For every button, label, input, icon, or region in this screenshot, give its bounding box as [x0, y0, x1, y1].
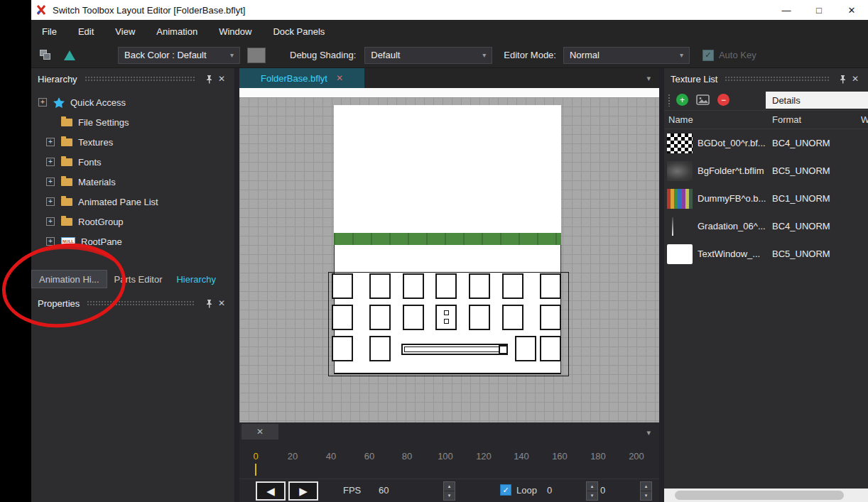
playhead-marker[interactable] [255, 464, 256, 476]
maximize-button[interactable]: □ [803, 0, 835, 20]
layout-pane-square[interactable] [403, 273, 424, 299]
tree-item-materials[interactable]: + Materials [31, 172, 234, 192]
layout-scrollbar-pane[interactable] [401, 344, 508, 355]
expand-icon[interactable]: + [46, 178, 55, 186]
minimize-button[interactable]: — [770, 0, 803, 20]
layout-pane-square[interactable] [369, 305, 391, 330]
spin-up-icon[interactable]: ▴ [587, 482, 597, 491]
dock-grip[interactable] [85, 76, 195, 82]
scrollbar-thumb[interactable] [675, 491, 844, 500]
tree-item-fonts[interactable]: + Fonts [31, 152, 234, 172]
pin-icon[interactable] [202, 75, 215, 84]
spin-up-icon[interactable]: ▴ [641, 482, 651, 491]
debug-shading-dropdown[interactable]: Default ▾ [364, 47, 492, 64]
dock-grip[interactable] [725, 76, 829, 82]
texture-row[interactable]: DummyFB^o.b... BC1_UNORM [664, 185, 868, 212]
spin-down-icon[interactable]: ▾ [587, 491, 597, 500]
close-icon[interactable]: ✕ [256, 427, 264, 437]
layout-pane-square[interactable] [469, 305, 490, 330]
menu-window[interactable]: Window [208, 20, 262, 43]
expand-icon[interactable]: + [38, 98, 47, 107]
layout-scrollbar-button[interactable] [499, 345, 508, 354]
expand-icon[interactable]: + [46, 197, 55, 206]
timeline-tab[interactable]: ✕ [242, 424, 278, 440]
layout-pane-square[interactable] [403, 305, 424, 330]
layout-pane-square[interactable] [369, 273, 391, 299]
column-format[interactable]: Format [772, 114, 801, 125]
tab-hierarchy[interactable]: Hierarchy [169, 270, 223, 288]
layout-pane-square[interactable] [502, 305, 523, 330]
layout-pane-square[interactable] [332, 336, 353, 361]
texture-row[interactable]: Gradation_06^... BC4_UNORM [664, 212, 868, 240]
column-name[interactable]: Name [668, 114, 693, 125]
column-width[interactable]: W [861, 114, 868, 125]
add-texture-button[interactable]: + [676, 94, 688, 106]
export-layers-icon[interactable] [40, 50, 51, 60]
expand-icon[interactable]: + [46, 217, 55, 226]
loop-checkbox[interactable]: ✓ [500, 484, 511, 496]
texture-row[interactable]: BgFolder^t.bflim BC5_UNORM [664, 157, 868, 185]
layout-pane-square[interactable] [540, 336, 561, 361]
horizontal-scrollbar[interactable] [664, 489, 868, 502]
close-icon[interactable]: ✕ [215, 298, 228, 308]
back-color-dropdown[interactable]: Back Color : Default ▾ [118, 47, 240, 64]
expand-icon[interactable]: + [46, 138, 55, 146]
chevron-down-icon[interactable]: ▾ [646, 74, 651, 83]
loop-end-value[interactable]: 0 [600, 485, 605, 496]
menu-view[interactable]: View [104, 20, 146, 43]
menu-file[interactable]: File [31, 20, 67, 43]
loop-start-spinner[interactable]: ▴ ▾ [586, 481, 598, 501]
tab-folderbase-bflyt[interactable]: FolderBase.bflyt ✕ [239, 68, 364, 88]
editor-mode-dropdown[interactable]: Normal ▾ [563, 47, 690, 64]
layout-pane-square[interactable] [332, 273, 353, 299]
color-swatch[interactable] [247, 48, 266, 63]
tab-parts-editor[interactable]: Parts Editor [107, 270, 170, 288]
loop-end-spinner[interactable]: ▴ ▾ [640, 481, 652, 501]
layout-pane-square[interactable] [502, 273, 523, 299]
tab-animation-hierarchy[interactable]: Animation Hi... [31, 270, 107, 288]
layout-pane-square[interactable] [332, 305, 353, 330]
tree-item-file-settings[interactable]: File Settings [31, 112, 234, 132]
menu-dock-panels[interactable]: Dock Panels [262, 20, 335, 43]
spin-down-icon[interactable]: ▾ [444, 491, 455, 500]
expand-icon[interactable]: + [46, 237, 55, 246]
remove-texture-button[interactable]: − [717, 94, 729, 106]
close-tab-icon[interactable]: ✕ [336, 73, 343, 83]
panel-splitter-left[interactable] [234, 68, 239, 502]
layout-pane-square[interactable] [469, 273, 490, 299]
auto-key-checkbox[interactable]: ✓ [702, 50, 714, 61]
fps-value[interactable]: 60 [379, 485, 389, 496]
expand-icon[interactable]: + [46, 158, 55, 166]
dock-grip[interactable] [87, 300, 195, 307]
tree-item-rootgroup[interactable]: + RootGroup [31, 212, 234, 231]
layout-pane-square[interactable] [435, 273, 457, 299]
toolbar-grip[interactable] [668, 94, 671, 107]
panel-splitter-right[interactable] [659, 68, 664, 502]
image-icon[interactable] [696, 94, 710, 105]
tree-item-textures[interactable]: + Textures [31, 132, 234, 152]
layout-pane-square[interactable] [540, 273, 561, 299]
loop-start-value[interactable]: 0 [547, 485, 552, 496]
prism-tool-icon[interactable] [64, 50, 75, 60]
close-button[interactable]: ✕ [835, 0, 868, 20]
fps-spinner[interactable]: ▴ ▾ [443, 481, 455, 501]
texture-row[interactable]: BGDot_00^r.bf... BC4_UNORM [664, 129, 868, 157]
layout-pane-square[interactable] [369, 336, 391, 361]
menu-animation[interactable]: Animation [146, 20, 208, 43]
timeline-ruler[interactable]: 0 20 40 60 80 100 120 140 160 180 200 [239, 451, 659, 476]
view-mode-dropdown[interactable]: Details [766, 92, 868, 109]
layout-green-stripe[interactable] [334, 233, 561, 245]
spin-down-icon[interactable]: ▾ [641, 491, 651, 500]
spin-up-icon[interactable]: ▴ [444, 482, 455, 491]
layout-pane-square[interactable] [515, 336, 536, 361]
frame-back-button[interactable]: ◀ [256, 481, 286, 501]
menu-edit[interactable]: Edit [67, 20, 104, 43]
chevron-down-icon[interactable]: ▾ [646, 428, 651, 437]
layout-pane-square[interactable] [540, 305, 561, 330]
close-icon[interactable]: ✕ [215, 74, 228, 84]
texture-row[interactable]: TextWindow_... BC5_UNORM [664, 240, 868, 268]
tree-item-animated-pane-list[interactable]: + Animated Pane List [31, 192, 234, 212]
tree-item-rootpane[interactable]: + NULL RootPane [31, 231, 234, 251]
close-icon[interactable]: ✕ [849, 74, 862, 84]
tree-item-quick-access[interactable]: + Quick Access [31, 92, 234, 112]
